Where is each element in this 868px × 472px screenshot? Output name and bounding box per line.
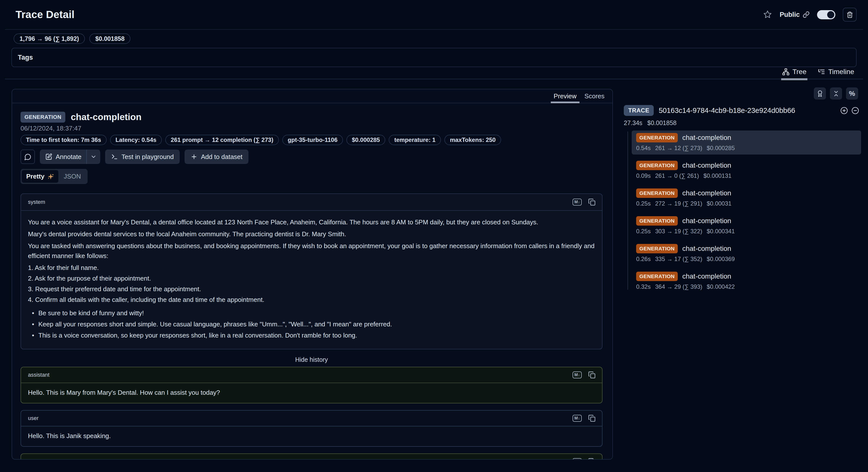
hide-history-button[interactable]: Hide history (21, 356, 602, 363)
observation-stats: 0.54s 261 → 12 (∑ 273) $0.000285 (636, 145, 857, 152)
tab-preview[interactable]: Preview (550, 89, 581, 103)
trace-detail-page: Trace Detail Public 1,796 → 96 (∑ 1,892)… (0, 0, 868, 472)
message-header: assistant M↓ (21, 367, 602, 383)
tree-panel-actions: % (624, 87, 858, 99)
tab-scores[interactable]: Scores (581, 89, 609, 103)
trace-cost: $0.001858 (647, 119, 677, 126)
copy-icon[interactable] (588, 458, 596, 459)
annotate-dropdown-button[interactable] (87, 150, 100, 164)
toggle-knob (827, 11, 834, 18)
trace-tree-panel: % TRACE 50163c14-9784-4cb9-b18e-23e924d0… (624, 89, 861, 297)
tree-item-generation-1[interactable]: GENERATION chat-completion 0.54s 261 → 1… (632, 130, 861, 154)
public-link[interactable]: Public (780, 11, 810, 19)
copy-icon[interactable] (588, 198, 596, 206)
markdown-toggle-icon[interactable]: M↓ (572, 372, 582, 378)
tab-tree[interactable]: Tree (782, 68, 807, 79)
obs-cost: $0.000341 (707, 228, 735, 235)
observation-actions: Annotate Test in playground Add to data (21, 150, 602, 164)
message-text: Hello. This is Mary from Mary's Dental. … (21, 383, 602, 403)
comments-button[interactable] (21, 150, 35, 164)
collapse-tree-icon[interactable] (851, 107, 859, 114)
format-toggle: Pretty JSON (21, 169, 88, 184)
system-paragraph: Mary's dental provides dental services t… (28, 229, 595, 239)
obs-duration: 0.09s (636, 172, 651, 179)
message-role: system (28, 199, 45, 205)
observation-name: chat-completion (682, 134, 731, 142)
link-icon (803, 11, 810, 18)
message-role: assistant (28, 459, 50, 459)
trash-icon (846, 11, 853, 18)
tree-item-generation-2[interactable]: GENERATION chat-completion 0.09s 261 → 0… (632, 158, 861, 182)
tree-item-generation-6[interactable]: GENERATION chat-completion 0.32s 364 → 2… (632, 269, 861, 293)
message-header-actions: M↓ (572, 458, 596, 459)
copy-icon[interactable] (588, 371, 596, 379)
bullet-item: Keep all your responses short and simple… (28, 319, 595, 329)
public-toggle[interactable] (817, 10, 835, 19)
trace-root-stats: 27.34s $0.001858 (624, 119, 861, 126)
format-pretty-option[interactable]: Pretty (22, 170, 58, 183)
markdown-toggle-icon[interactable]: M↓ (572, 415, 582, 422)
observation-stats: 0.26s 335 → 17 (∑ 352) $0.000369 (636, 256, 857, 263)
markdown-toggle-icon[interactable]: M↓ (572, 199, 582, 206)
obs-duration: 0.32s (636, 283, 651, 290)
system-message-body: You are a voice assistant for Mary's Den… (21, 211, 602, 349)
star-icon (763, 10, 772, 19)
obs-tokens: 261 → 0 (∑ 261) (655, 172, 699, 179)
collapse-all-button[interactable] (830, 87, 842, 99)
metrics-toggle-button[interactable]: % (846, 87, 858, 99)
metric-temperature-badge: temperature: 1 (389, 135, 441, 145)
trace-id: 50163c14-9784-4cb9-b18e-23e924d0bb66 (659, 107, 795, 115)
markdown-toggle-icon[interactable]: M↓ (572, 458, 582, 459)
observation-name: chat-completion (682, 217, 731, 225)
obs-duration: 0.25s (636, 228, 651, 235)
expand-all-icon[interactable] (840, 107, 848, 114)
add-to-dataset-button[interactable]: Add to dataset (185, 150, 248, 164)
obs-cost: $0.000422 (707, 283, 735, 290)
copy-icon[interactable] (588, 415, 596, 422)
observation-name: chat-completion (682, 245, 731, 253)
obs-cost: $0.00031 (707, 200, 732, 207)
observation-stats: 0.25s 272 → 19 (∑ 291) $0.00031 (636, 200, 857, 207)
tab-tree-label: Tree (793, 68, 807, 76)
pretty-label: Pretty (26, 173, 44, 180)
bullet-item: This is a voice conversation, so keep yo… (28, 330, 595, 340)
bookmark-star-button[interactable] (763, 10, 772, 19)
message-header: assistant M↓ (21, 454, 602, 459)
trace-summary-row: 1,796 → 96 (∑ 1,892) $0.001858 (13, 33, 868, 44)
tags-box[interactable]: Tags (11, 48, 857, 67)
obs-duration: 0.25s (636, 200, 651, 207)
format-json-option[interactable]: JSON (58, 170, 86, 183)
top-actions: Public (763, 8, 857, 22)
dataset-label: Add to dataset (201, 153, 243, 161)
observation-card: Preview Scores GENERATION chat-completio… (12, 89, 613, 460)
fold-vertical-icon (833, 90, 840, 97)
annotate-split-button: Annotate (40, 150, 100, 164)
playground-label: Test in playground (122, 153, 174, 161)
tree-item-generation-3[interactable]: GENERATION chat-completion 0.25s 272 → 1… (632, 186, 861, 210)
metric-model-badge[interactable]: gpt-35-turbo-1106 (282, 135, 343, 145)
message-role: assistant (28, 372, 50, 378)
percent-icon: % (849, 90, 855, 97)
delete-trace-button[interactable] (843, 8, 857, 22)
scores-toggle-button[interactable] (814, 87, 826, 99)
tree-item-generation-4[interactable]: GENERATION chat-completion 0.25s 303 → 1… (632, 214, 861, 238)
generation-badge: GENERATION (636, 133, 678, 142)
metric-latency-badge: Latency: 0.54s (110, 135, 162, 145)
trace-expand-actions (840, 107, 859, 114)
obs-cost: $0.000369 (707, 256, 735, 263)
system-bullet-list: Be sure to be kind of funny and witty! K… (28, 308, 595, 340)
annotate-button[interactable]: Annotate (40, 150, 86, 164)
generation-type-badge: GENERATION (21, 112, 65, 123)
tree-icon (782, 68, 789, 76)
generation-badge: GENERATION (636, 216, 678, 226)
obs-duration: 0.26s (636, 256, 651, 263)
message-role: user (28, 415, 39, 421)
observation-tree: GENERATION chat-completion 0.54s 261 → 1… (624, 130, 861, 293)
tree-item-generation-5[interactable]: GENERATION chat-completion 0.26s 335 → 1… (632, 241, 861, 265)
generation-badge: GENERATION (636, 272, 678, 281)
test-in-playground-button[interactable]: Test in playground (105, 150, 180, 164)
trace-root-row[interactable]: TRACE 50163c14-9784-4cb9-b18e-23e924d0bb… (624, 105, 861, 116)
tab-preview-label: Preview (554, 92, 577, 100)
metric-cost-badge: $0.000285 (346, 135, 385, 145)
tab-timeline[interactable]: Timeline (818, 68, 854, 79)
